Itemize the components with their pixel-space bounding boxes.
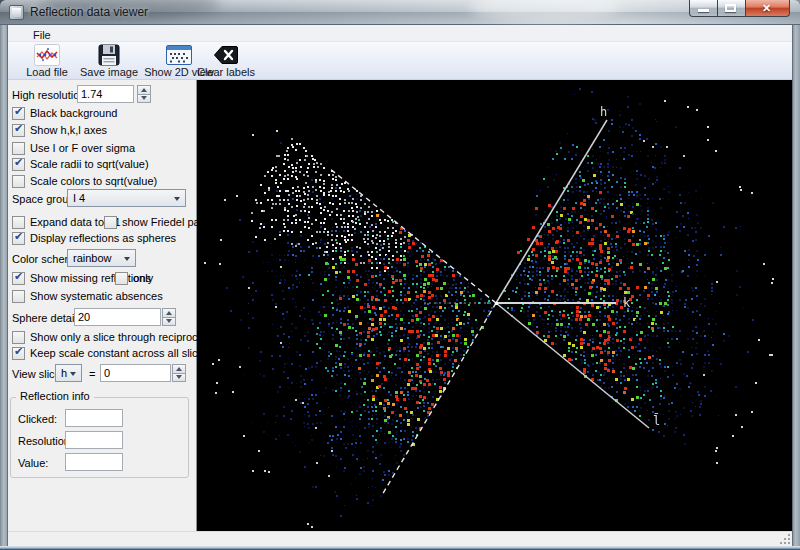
clicked-input[interactable] (65, 409, 123, 427)
titlebar[interactable]: Reflection data viewer ✕ (0, 0, 800, 25)
value-input[interactable] (65, 453, 123, 471)
spin-down-icon[interactable] (172, 374, 186, 383)
menu-item-file[interactable]: File (26, 28, 58, 42)
window-controls: ✕ (689, 0, 790, 17)
close-icon: ✕ (762, 2, 771, 15)
chevron-down-icon (70, 372, 76, 376)
menubar: File (8, 25, 792, 42)
show-hkl-axes-checkbox[interactable]: Show h,k,l axes (12, 123, 107, 137)
chevron-down-icon (174, 197, 180, 201)
spin-up-icon[interactable] (137, 85, 151, 95)
window-title: Reflection data viewer (30, 5, 148, 19)
view-slice-spinner[interactable] (172, 364, 186, 382)
sphere-detail-input[interactable] (74, 308, 161, 326)
maximize-button[interactable] (718, 0, 745, 17)
checkbox-icon (12, 107, 25, 120)
checkbox-icon (104, 216, 117, 229)
view-slice-equals: = (89, 368, 95, 380)
friedel-pairs-checkbox[interactable]: show Friedel pairs (104, 215, 211, 229)
spin-up-icon[interactable] (162, 308, 176, 318)
view-slice-input[interactable] (100, 364, 171, 382)
spin-down-icon[interactable] (137, 95, 151, 104)
i-or-f-over-sigma-checkbox[interactable]: Use I or F over sigma (12, 141, 135, 155)
view-slice-axis-select[interactable]: h (55, 364, 82, 382)
save-image-label: Save image (80, 66, 138, 78)
toolbar: Load file Save image (8, 42, 792, 80)
sphere-detail-spinner[interactable] (162, 308, 176, 326)
spin-down-icon[interactable] (162, 318, 176, 327)
save-image-icon (98, 44, 120, 66)
scale-radii-checkbox[interactable]: Scale radii to sqrt(value) (12, 157, 149, 171)
load-file-label: Load file (26, 66, 68, 78)
reflection-info-title: Reflection info (16, 390, 94, 402)
checkbox-icon (12, 290, 25, 303)
checkbox-icon (12, 124, 25, 137)
black-background-checkbox[interactable]: Black background (12, 106, 117, 120)
scale-colors-checkbox[interactable]: Scale colors to sqrt(value) (12, 174, 157, 188)
clear-labels-icon (213, 44, 239, 66)
resolution-input[interactable] (65, 431, 123, 449)
load-file-icon (34, 44, 60, 66)
viewer-area (197, 80, 792, 531)
show-2d-view-icon (166, 44, 192, 66)
keep-scale-checkbox[interactable]: Keep scale constant across all slices (12, 346, 209, 360)
clear-labels-label: Clear labels (197, 66, 255, 78)
display-spheres-checkbox[interactable]: Display reflections as spheres (12, 231, 176, 245)
window-frame-left[interactable] (0, 25, 8, 550)
minimize-button[interactable] (689, 0, 718, 17)
close-button[interactable]: ✕ (745, 0, 790, 17)
load-file-button[interactable]: Load file (20, 44, 74, 78)
checkbox-icon (12, 175, 25, 188)
app-icon (9, 5, 24, 20)
statusbar (8, 531, 792, 546)
save-image-button[interactable]: Save image (78, 44, 140, 78)
window-frame-bottom[interactable] (0, 546, 800, 550)
resize-grip[interactable] (779, 533, 791, 545)
checkbox-icon (12, 142, 25, 155)
titlebar-glass-highlight (470, 0, 620, 22)
checkbox-icon (12, 158, 25, 171)
clear-labels-button[interactable]: Clear labels (194, 44, 258, 78)
chevron-down-icon (124, 257, 130, 261)
checkbox-icon (12, 347, 25, 360)
clicked-label: Clicked: (18, 413, 57, 425)
window-frame-right[interactable] (792, 25, 800, 550)
high-resolution-input[interactable] (77, 85, 134, 103)
app-window: Reflection data viewer ✕ File (0, 0, 800, 550)
only-checkbox[interactable]: only (115, 271, 153, 285)
checkbox-icon (12, 331, 25, 344)
checkbox-icon (12, 272, 25, 285)
color-scheme-select[interactable]: rainbow (67, 249, 136, 267)
space-group-select[interactable]: I 4 (67, 189, 186, 207)
high-resolution-spinner[interactable] (137, 85, 151, 103)
control-panel: High resolution: Black background Show h… (8, 80, 197, 531)
minimize-icon (698, 9, 709, 12)
checkbox-icon (12, 232, 25, 245)
spin-up-icon[interactable] (172, 364, 186, 374)
maximize-icon (725, 4, 736, 12)
checkbox-icon (115, 272, 128, 285)
systematic-absences-checkbox[interactable]: Show systematic absences (12, 289, 163, 303)
reciprocal-space-canvas[interactable] (197, 80, 792, 531)
value-label: Value: (18, 457, 48, 469)
checkbox-icon (12, 216, 25, 229)
